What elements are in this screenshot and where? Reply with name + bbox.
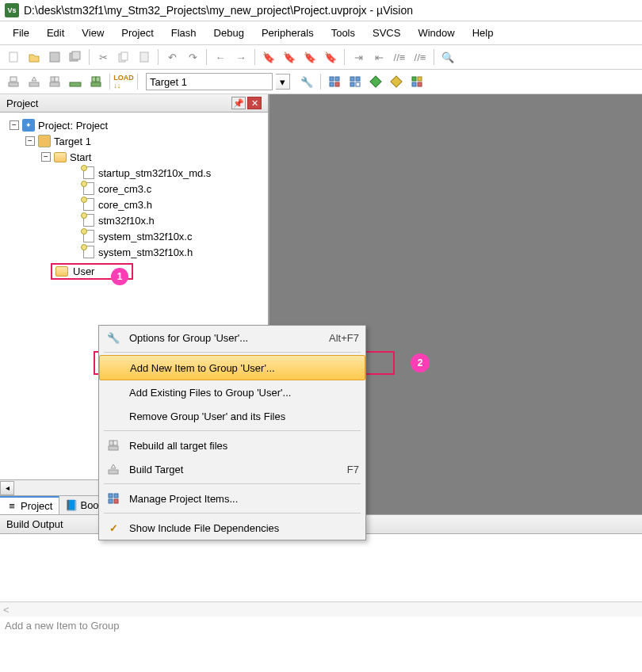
tree-group-start-label: Start xyxy=(70,151,91,163)
cm-rebuild[interactable]: Rebuild all target files xyxy=(99,433,365,457)
tree-file-label: system_stm32f10x.h xyxy=(98,246,193,258)
menu-svcs[interactable]: SVCS xyxy=(365,25,408,41)
open-icon[interactable] xyxy=(25,48,43,66)
cm-build[interactable]: Build Target F7 xyxy=(99,457,365,481)
indent-icon[interactable]: ⇥ xyxy=(350,48,367,66)
manage-items-icon[interactable] xyxy=(326,73,343,90)
save-icon[interactable] xyxy=(46,48,63,66)
target-dropdown-icon[interactable]: ▾ xyxy=(276,74,290,90)
tree-file[interactable]: system_stm32f10x.c xyxy=(3,228,265,244)
collapse-icon[interactable]: − xyxy=(25,136,35,146)
target-select[interactable]: Target 1 xyxy=(146,73,273,90)
tree-file[interactable]: startup_stm32f10x_md.s xyxy=(3,165,265,181)
rebuild-icon[interactable] xyxy=(46,73,63,90)
menu-debug[interactable]: Debug xyxy=(206,25,252,41)
file-icon xyxy=(83,198,94,211)
save-all-icon[interactable] xyxy=(67,48,84,66)
menu-help[interactable]: Help xyxy=(464,25,502,41)
separator xyxy=(104,513,361,514)
find-icon[interactable]: 🔍 xyxy=(439,48,457,66)
batch-build-icon[interactable] xyxy=(67,73,84,90)
tree-file[interactable]: stm32f10x.h xyxy=(3,212,265,228)
new-file-icon[interactable] xyxy=(5,48,22,66)
uncomment-icon[interactable]: //≡ xyxy=(411,48,429,66)
comment-icon[interactable]: //≡ xyxy=(391,48,408,66)
annotation-badge-1: 1 xyxy=(111,268,128,285)
tab-project[interactable]: ≡Project xyxy=(0,496,59,514)
options-icon[interactable]: 🔧 xyxy=(298,73,315,90)
cm-remove-group[interactable]: Remove Group 'User' and its Files xyxy=(99,404,365,428)
svg-rect-38 xyxy=(114,499,118,503)
menu-tools[interactable]: Tools xyxy=(323,25,363,41)
menu-flash[interactable]: Flash xyxy=(163,25,204,41)
menu-bar: File Edit View Project Flash Debug Perip… xyxy=(0,21,642,45)
redo-icon[interactable]: ↷ xyxy=(184,48,201,66)
tree-target[interactable]: − Target 1 xyxy=(3,133,265,149)
stop-build-icon[interactable] xyxy=(87,73,105,90)
nav-back-icon[interactable]: ← xyxy=(212,48,229,66)
config-wizard-icon[interactable] xyxy=(388,73,405,90)
build-output-body[interactable] xyxy=(0,534,642,602)
tree-file-label: startup_stm32f10x_md.s xyxy=(98,167,211,179)
svg-rect-12 xyxy=(55,77,59,82)
panel-close-icon[interactable]: ✕ xyxy=(247,97,262,109)
menu-window[interactable]: Window xyxy=(410,25,462,41)
collapse-icon[interactable]: − xyxy=(10,120,19,130)
menu-view[interactable]: View xyxy=(74,25,112,41)
bookmark-icon[interactable]: 🔖 xyxy=(260,48,277,66)
download-icon[interactable]: LOAD↓↓ xyxy=(115,73,132,90)
scroll-left-icon[interactable]: ◂ xyxy=(0,481,14,495)
bookmark-next-icon[interactable]: 🔖 xyxy=(301,48,319,66)
cm-add-new-item[interactable]: Add New Item to Group 'User'... xyxy=(99,355,365,380)
bookmark-clear-icon[interactable]: 🔖 xyxy=(322,48,339,66)
status-bar: Add a new Item to Group xyxy=(0,617,642,635)
menu-peripherals[interactable]: Peripherals xyxy=(254,25,322,41)
build-icon[interactable] xyxy=(25,73,43,90)
manage-rtos-icon[interactable] xyxy=(346,73,364,90)
manage-mve-icon[interactable] xyxy=(408,73,426,90)
paste-icon[interactable] xyxy=(136,48,153,66)
panel-pin-icon[interactable]: 📌 xyxy=(231,97,246,109)
svg-rect-0 xyxy=(10,52,17,62)
cm-options[interactable]: 🔧 Options for Group 'User'... Alt+F7 xyxy=(99,326,365,349)
file-icon xyxy=(83,182,94,195)
target-label: Target 1 xyxy=(150,76,187,88)
cm-show-include[interactable]: ✓ Show Include File Dependencies xyxy=(99,516,365,540)
pack-installer-icon[interactable] xyxy=(367,73,384,90)
collapse-icon[interactable]: − xyxy=(41,152,51,162)
title-bar: Vs D:\desk\stm32f1\my_Stm32_Projects\my_… xyxy=(0,0,642,21)
svg-rect-24 xyxy=(356,82,360,86)
tree-group-user[interactable]: User xyxy=(3,262,265,281)
cut-icon[interactable]: ✂ xyxy=(94,48,112,66)
tree-file[interactable]: system_stm32f10x.h xyxy=(3,244,265,260)
menu-edit[interactable]: Edit xyxy=(39,25,72,41)
undo-icon[interactable]: ↶ xyxy=(163,48,181,66)
toolbar-2: LOAD↓↓ Target 1 ▾ 🔧 xyxy=(0,70,642,94)
target-icon xyxy=(38,135,51,147)
tree-group-start[interactable]: − Start xyxy=(3,149,265,165)
svg-rect-8 xyxy=(10,77,17,82)
copy-icon[interactable] xyxy=(115,48,132,66)
svg-rect-19 xyxy=(330,82,334,86)
annotation-badge-2: 2 xyxy=(411,353,430,372)
tree-root[interactable]: − ✦ Project: Project xyxy=(3,117,265,133)
cm-add-existing[interactable]: Add Existing Files to Group 'User'... xyxy=(99,380,365,404)
cm-manage[interactable]: Manage Project Items... xyxy=(99,487,365,510)
blank-icon xyxy=(104,385,123,399)
outdent-icon[interactable]: ⇤ xyxy=(370,48,388,66)
file-icon xyxy=(83,214,94,227)
toolbar-1: ✂ ↶ ↷ ← → 🔖 🔖 🔖 🔖 ⇥ ⇤ //≡ //≡ 🔍 xyxy=(0,45,642,70)
nav-fwd-icon[interactable]: → xyxy=(232,48,250,66)
menu-project[interactable]: Project xyxy=(113,25,161,41)
svg-rect-9 xyxy=(29,82,39,86)
output-scrollbar[interactable]: < xyxy=(0,602,642,617)
bookmark-prev-icon[interactable]: 🔖 xyxy=(281,48,298,66)
tree-file[interactable]: core_cm3.c xyxy=(3,181,265,197)
tree-file[interactable]: core_cm3.h xyxy=(3,197,265,212)
file-icon xyxy=(83,230,94,242)
menu-file[interactable]: File xyxy=(5,25,37,41)
svg-rect-25 xyxy=(370,76,381,87)
svg-rect-21 xyxy=(350,77,354,81)
tree-file-label: core_cm3.h xyxy=(98,199,152,211)
translate-icon[interactable] xyxy=(5,73,22,90)
